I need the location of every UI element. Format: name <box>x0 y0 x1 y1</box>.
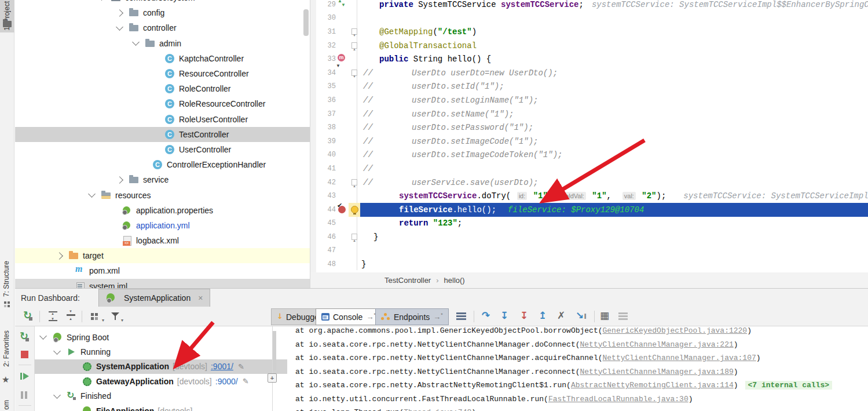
source-link[interactable]: NettyClientChannelManager.java:107 <box>603 354 756 362</box>
tool-button-favorites[interactable]: 2: Favorites <box>2 330 10 376</box>
code-text[interactable]: private SystemTCCService systemTCCServic… <box>357 0 868 12</box>
editor-gutter[interactable]: 38 <box>310 121 357 134</box>
tree-row[interactable]: ControllerExceptionHandler <box>15 157 310 172</box>
tree-row[interactable]: application.yml <box>15 218 310 233</box>
editor-gutter[interactable]: 43 <box>310 189 357 203</box>
tree-row[interactable]: pom.xml <box>15 263 310 278</box>
fold-cell[interactable] <box>349 217 360 231</box>
tree-row[interactable]: config <box>15 5 310 20</box>
step-over-button[interactable]: ↷ <box>482 310 490 321</box>
code-text[interactable]: // userDto.setPassword("1"); <box>357 121 868 134</box>
editor-gutter[interactable]: 34 <box>310 66 357 80</box>
breadcrumb-class[interactable]: TestController <box>384 276 431 285</box>
chevron-icon[interactable] <box>116 9 123 17</box>
pause-button[interactable] <box>20 390 30 401</box>
chevron-icon[interactable] <box>116 176 123 184</box>
code-text[interactable]: @GetMapping("/test") <box>357 25 868 39</box>
fold-cell[interactable] <box>349 93 360 107</box>
internal-calls-badge[interactable]: <7 internal calls> <box>745 381 832 390</box>
fold-cell[interactable] <box>349 148 360 162</box>
tree-row[interactable]: application.properties <box>15 203 310 218</box>
fold-cell[interactable] <box>349 121 360 134</box>
tab-console[interactable]: Console → <box>316 308 382 325</box>
code-text[interactable]: public String hello() { <box>357 52 868 66</box>
edit-pencil-icon[interactable]: ✎ <box>243 377 249 385</box>
tree-row[interactable]: resources <box>15 187 310 202</box>
editor-gutter[interactable]: 42 <box>310 176 357 190</box>
breakpoint-icon[interactable] <box>338 206 346 213</box>
editor-gutter[interactable]: 44 <box>310 203 357 217</box>
run-item-row[interactable]: Finished <box>35 389 287 403</box>
fold-cell[interactable] <box>349 244 360 258</box>
gutter-icon[interactable] <box>336 52 349 66</box>
evaluate-expression-button[interactable] <box>600 311 610 322</box>
intention-bulb-icon[interactable] <box>351 206 358 213</box>
editor-gutter[interactable]: 47 <box>310 244 357 258</box>
code-text[interactable]: // userDto.setImageCode("1"); <box>357 134 868 148</box>
tree-row[interactable]: target <box>15 248 310 263</box>
step-out-button[interactable]: ↥ <box>539 310 547 321</box>
gutter-icon[interactable] <box>336 0 349 12</box>
editor-gutter[interactable]: 39 <box>310 134 357 148</box>
fold-cell[interactable] <box>349 0 360 12</box>
editor-gutter[interactable]: 30 <box>310 12 357 26</box>
editor-gutter[interactable]: 32 <box>310 39 357 53</box>
tree-row[interactable]: controller <box>15 20 310 35</box>
run-item-row[interactable]: Spring Boot <box>35 330 287 344</box>
code-text[interactable]: // userDto.setImageCodeToken("1"); <box>357 148 868 162</box>
gutter-icon[interactable] <box>336 80 349 94</box>
editor-gutter[interactable]: 45 <box>310 217 357 231</box>
editor-gutter[interactable]: 35 <box>310 80 357 94</box>
code-text[interactable]: fileService.hello();fileService: $Proxy1… <box>357 203 868 217</box>
editor-gutter[interactable]: 48 <box>310 257 357 270</box>
fold-cell[interactable] <box>349 189 360 203</box>
code-text[interactable]: } <box>357 230 868 244</box>
gutter-icon[interactable] <box>336 203 349 217</box>
step-into-button[interactable]: ↧ <box>500 310 508 321</box>
collapse-all-button[interactable] <box>67 311 75 319</box>
drop-frame-button[interactable]: ✗ <box>557 310 565 321</box>
gutter-icon[interactable] <box>336 230 349 244</box>
gutter-icon[interactable] <box>336 189 349 203</box>
fold-marker-icon[interactable] <box>351 70 357 76</box>
tree-row[interactable]: service <box>15 172 310 187</box>
editor-gutter[interactable]: 41 <box>310 162 357 176</box>
expand-all-button[interactable] <box>49 311 57 321</box>
group-by-button[interactable] <box>90 311 101 322</box>
gutter-icon[interactable] <box>336 39 349 53</box>
tree-row[interactable]: system.iml <box>15 279 310 288</box>
gutter-icon[interactable] <box>336 148 349 162</box>
gutter-icon[interactable] <box>336 176 349 190</box>
code-text[interactable]: } <box>357 257 868 270</box>
code-text[interactable]: // <box>357 162 868 176</box>
source-link[interactable]: NettyClientChannelManager.java:221 <box>580 340 733 349</box>
tree-row[interactable]: KaptchaController <box>15 51 310 66</box>
fold-cell[interactable] <box>349 66 360 80</box>
gutter-icon[interactable] <box>336 217 349 231</box>
gutter-icon[interactable] <box>336 244 349 258</box>
layout-settings-button[interactable] <box>618 315 628 317</box>
source-link[interactable]: FastThreadLocalRunnable.java:30 <box>548 395 688 403</box>
breadcrumb-method[interactable]: hello() <box>444 276 465 285</box>
fold-cell[interactable] <box>349 257 360 270</box>
editor-gutter[interactable]: 46 <box>310 230 357 244</box>
fold-cell[interactable] <box>349 134 360 148</box>
close-icon[interactable]: × <box>198 293 203 303</box>
tree-row[interactable]: logback.xml <box>15 233 310 248</box>
gutter-icon[interactable] <box>336 25 349 39</box>
editor-gutter[interactable]: 29 <box>310 0 357 12</box>
fold-cell[interactable] <box>349 162 360 176</box>
source-link[interactable]: NettyClientChannelManager.java:189 <box>580 368 733 376</box>
tab-endpoints[interactable]: Endpoints → <box>375 308 449 325</box>
code-text[interactable]: // userDto.setName("1"); <box>357 107 868 121</box>
tree-row[interactable]: UserController <box>15 142 310 157</box>
port-link[interactable]: :9001/ <box>211 362 233 371</box>
editor-gutter[interactable]: 37 <box>310 107 357 121</box>
fold-cell[interactable] <box>349 12 360 26</box>
tree-row[interactable]: RoleResourceController <box>15 96 310 111</box>
gutter-icon[interactable] <box>336 107 349 121</box>
gutter-icon[interactable] <box>336 121 349 134</box>
gutter-icon[interactable] <box>336 257 349 270</box>
chevron-icon[interactable] <box>39 332 47 340</box>
code-text[interactable]: // userService.save(userDto); <box>357 176 868 190</box>
